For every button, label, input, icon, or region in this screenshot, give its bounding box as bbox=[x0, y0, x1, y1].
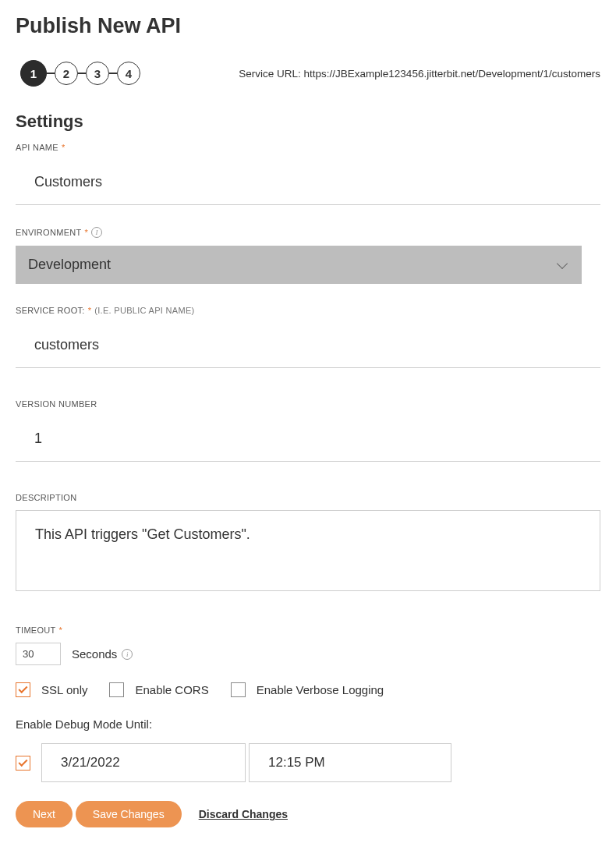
unit-text: Seconds bbox=[72, 647, 117, 661]
next-button[interactable]: Next bbox=[16, 801, 73, 827]
step-2[interactable]: 2 bbox=[55, 62, 78, 85]
required-marker: * bbox=[62, 143, 65, 152]
section-title: Settings bbox=[16, 112, 600, 132]
debug-mode-row bbox=[16, 743, 600, 782]
checkbox-box bbox=[231, 682, 246, 697]
info-icon[interactable]: i bbox=[122, 649, 133, 660]
service-root-label: SERVICE ROOT:* (I.E. PUBLIC API NAME) bbox=[16, 306, 600, 315]
debug-time-input[interactable] bbox=[249, 743, 451, 782]
header-row: 1 2 3 4 Service URL: https://JBExample12… bbox=[16, 60, 600, 87]
enable-cors-label: Enable CORS bbox=[135, 683, 208, 696]
checkmark-icon bbox=[18, 756, 27, 766]
debug-mode-label: Enable Debug Mode Until: bbox=[16, 717, 600, 731]
description-label: DESCRIPTION bbox=[16, 493, 600, 502]
label-text: API NAME bbox=[16, 143, 58, 152]
service-url-label: Service URL: bbox=[239, 68, 301, 80]
debug-date-input[interactable] bbox=[41, 743, 246, 782]
service-url-value: https://JBExample123456.jitterbit.net/De… bbox=[304, 68, 600, 80]
required-marker: * bbox=[85, 228, 89, 237]
required-marker: * bbox=[88, 306, 92, 315]
ssl-only-label: SSL only bbox=[41, 683, 87, 696]
verbose-logging-checkbox[interactable]: Enable Verbose Logging bbox=[231, 682, 384, 697]
required-marker: * bbox=[59, 625, 63, 635]
action-buttons: Next Save Changes Discard Changes bbox=[16, 801, 600, 827]
step-1[interactable]: 1 bbox=[20, 60, 47, 87]
timeout-unit: Seconds i bbox=[72, 647, 133, 661]
step-connector bbox=[78, 73, 86, 74]
checkbox-box bbox=[16, 682, 30, 697]
ssl-only-checkbox[interactable]: SSL only bbox=[16, 682, 87, 697]
label-text: TIMEOUT bbox=[16, 625, 56, 635]
discard-changes-link[interactable]: Discard Changes bbox=[199, 808, 288, 820]
timeout-input[interactable] bbox=[16, 643, 61, 665]
field-description: DESCRIPTION bbox=[16, 493, 600, 594]
description-input[interactable] bbox=[16, 510, 600, 591]
api-name-label: API NAME* bbox=[16, 143, 600, 152]
service-root-input[interactable] bbox=[16, 323, 600, 368]
debug-mode-checkbox[interactable] bbox=[16, 756, 30, 771]
label-text: SERVICE ROOT: bbox=[16, 306, 85, 315]
stepper: 1 2 3 4 bbox=[20, 60, 140, 87]
version-input[interactable] bbox=[16, 416, 600, 462]
environment-value: Development bbox=[28, 257, 111, 273]
chevron-down-icon bbox=[557, 257, 568, 268]
verbose-logging-label: Enable Verbose Logging bbox=[257, 683, 384, 696]
step-3[interactable]: 3 bbox=[86, 62, 109, 85]
version-label: VERSION NUMBER bbox=[16, 399, 600, 409]
label-text: VERSION NUMBER bbox=[16, 399, 97, 409]
field-version: VERSION NUMBER bbox=[16, 399, 600, 462]
api-name-input[interactable] bbox=[16, 160, 600, 205]
checkmark-icon bbox=[18, 684, 27, 693]
save-changes-button[interactable]: Save Changes bbox=[76, 801, 182, 827]
info-icon[interactable]: i bbox=[91, 227, 102, 238]
environment-label: ENVIRONMENT* i bbox=[16, 227, 600, 238]
label-text: ENVIRONMENT bbox=[16, 228, 82, 237]
field-service-root: SERVICE ROOT:* (I.E. PUBLIC API NAME) bbox=[16, 306, 600, 368]
environment-select[interactable]: Development bbox=[16, 246, 582, 284]
service-root-hint: (I.E. PUBLIC API NAME) bbox=[94, 306, 194, 315]
checkbox-box bbox=[109, 682, 124, 697]
page-title: Publish New API bbox=[16, 14, 600, 38]
field-timeout: TIMEOUT* Seconds i bbox=[16, 625, 600, 665]
step-connector bbox=[47, 73, 55, 74]
enable-cors-checkbox[interactable]: Enable CORS bbox=[109, 682, 208, 697]
field-environment: ENVIRONMENT* i Development bbox=[16, 227, 600, 284]
field-api-name: API NAME* bbox=[16, 143, 600, 205]
step-4[interactable]: 4 bbox=[117, 62, 140, 85]
label-text: DESCRIPTION bbox=[16, 493, 76, 502]
step-connector bbox=[109, 73, 117, 74]
checkbox-row: SSL only Enable CORS Enable Verbose Logg… bbox=[16, 682, 600, 697]
service-url: Service URL: https://JBExample123456.jit… bbox=[239, 68, 600, 80]
timeout-label: TIMEOUT* bbox=[16, 625, 600, 635]
